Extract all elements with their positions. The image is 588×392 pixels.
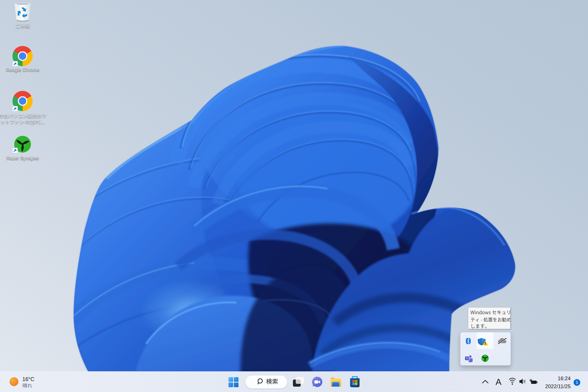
svg-text:T: T <box>466 357 468 360</box>
